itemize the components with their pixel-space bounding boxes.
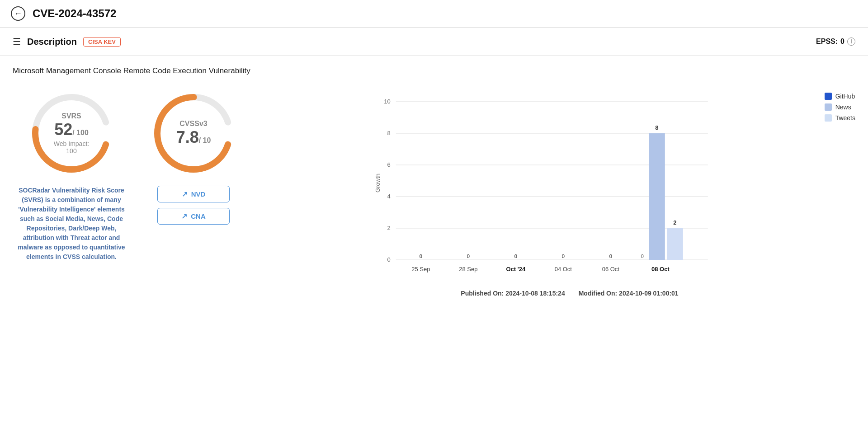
svg-text:06 Oct: 06 Oct bbox=[602, 266, 620, 272]
cna-icon: ↗ bbox=[181, 212, 187, 221]
chart-wrap: 0 2 4 6 8 10 Growth 0 bbox=[284, 88, 855, 280]
cvss-buttons: ↗ NVD ↗ CNA bbox=[157, 186, 230, 225]
svg-text:0: 0 bbox=[514, 254, 517, 259]
svg-text:8: 8 bbox=[387, 130, 391, 136]
published-value: 2024-10-08 18:15:24 bbox=[505, 290, 565, 297]
epss-info-icon[interactable]: i bbox=[847, 38, 855, 46]
bar-news-oct8 bbox=[649, 133, 665, 260]
main-body: Microsoft Management Console Remote Code… bbox=[0, 56, 868, 297]
svg-text:0: 0 bbox=[609, 254, 612, 259]
nvd-label: NVD bbox=[191, 190, 206, 198]
svg-text:0: 0 bbox=[467, 254, 470, 259]
modified-value: 2024-10-09 01:00:01 bbox=[619, 290, 679, 297]
svg-text:28 Sep: 28 Sep bbox=[459, 266, 477, 272]
desc-left: ☰ Description CISA KEV bbox=[13, 36, 121, 47]
legend-github-label: GitHub bbox=[835, 93, 855, 100]
legend-github-color bbox=[825, 93, 832, 100]
svg-text:25 Sep: 25 Sep bbox=[411, 266, 430, 272]
vulnerability-title: Microsoft Management Console Remote Code… bbox=[13, 66, 855, 75]
svrs-gauge-wrap: SVRS 52/ 100 Web Impact: 100 bbox=[26, 88, 117, 178]
legend-tweets-label: Tweets bbox=[835, 114, 855, 122]
chart-section: 0 2 4 6 8 10 Growth 0 bbox=[275, 88, 855, 297]
main-content: ☰ Description CISA KEV EPSS: 0 i Microso… bbox=[0, 28, 868, 297]
description-bar: ☰ Description CISA KEV EPSS: 0 i bbox=[0, 28, 868, 56]
svg-text:0: 0 bbox=[420, 254, 422, 259]
legend-news: News bbox=[825, 103, 855, 111]
chart-area: 0 2 4 6 8 10 Growth 0 bbox=[284, 88, 816, 280]
nvd-icon: ↗ bbox=[182, 190, 188, 198]
svg-text:8: 8 bbox=[655, 124, 658, 131]
epss-score: EPSS: 0 i bbox=[816, 38, 855, 46]
cna-button[interactable]: ↗ CNA bbox=[157, 208, 230, 225]
bar-chart-svg: 0 2 4 6 8 10 Growth 0 bbox=[284, 88, 816, 278]
svg-text:6: 6 bbox=[387, 161, 391, 168]
legend-news-label: News bbox=[835, 103, 851, 111]
modified-label: Modified On: bbox=[579, 290, 618, 297]
published-label: Published On: bbox=[461, 290, 504, 297]
back-icon: ← bbox=[14, 9, 22, 19]
svg-text:2: 2 bbox=[387, 225, 391, 231]
svg-text:08 Oct: 08 Oct bbox=[651, 266, 670, 272]
svrs-description: SOCRadar Vulnerability Risk Score (SVRS)… bbox=[13, 186, 130, 262]
epss-value: 0 bbox=[840, 38, 844, 46]
svg-text:0: 0 bbox=[387, 256, 391, 263]
svg-text:04 Oct: 04 Oct bbox=[555, 266, 572, 272]
cvssv3-gauge: CVSSv3 7.8/ 10 ↗ NVD bbox=[148, 88, 239, 225]
published-on: Published On: 2024-10-08 18:15:24 bbox=[461, 290, 565, 297]
svg-text:2: 2 bbox=[673, 219, 676, 226]
cvssv3-gauge-wrap: CVSSv3 7.8/ 10 bbox=[148, 88, 239, 178]
cvssv3-gauge-svg bbox=[148, 88, 239, 178]
svg-text:4: 4 bbox=[387, 193, 391, 200]
description-label: Description bbox=[27, 37, 77, 47]
legend-tweets-color bbox=[825, 114, 832, 122]
svrs-gauge: SVRS 52/ 100 Web Impact: 100 SOCRadar Vu… bbox=[13, 88, 130, 262]
chart-legend: GitHub News Tweets bbox=[825, 88, 855, 122]
svg-text:0: 0 bbox=[641, 254, 644, 259]
nvd-button[interactable]: ↗ NVD bbox=[157, 186, 230, 202]
gauges-row: SVRS 52/ 100 Web Impact: 100 SOCRadar Vu… bbox=[13, 88, 275, 262]
cna-label: CNA bbox=[191, 212, 206, 220]
svg-text:Growth: Growth bbox=[374, 174, 381, 193]
epss-text: EPSS: bbox=[816, 38, 838, 46]
page-header: ← CVE-2024-43572 bbox=[0, 0, 868, 28]
svg-text:0: 0 bbox=[562, 254, 565, 259]
legend-news-color bbox=[825, 103, 832, 111]
legend-tweets: Tweets bbox=[825, 114, 855, 122]
legend-github: GitHub bbox=[825, 93, 855, 100]
chart-footer: Published On: 2024-10-08 18:15:24 Modifi… bbox=[284, 285, 855, 297]
back-button[interactable]: ← bbox=[11, 6, 25, 21]
svg-text:Oct '24: Oct '24 bbox=[506, 266, 526, 272]
description-icon: ☰ bbox=[13, 36, 21, 47]
gauges-section: SVRS 52/ 100 Web Impact: 100 SOCRadar Vu… bbox=[13, 88, 275, 262]
page-title: CVE-2024-43572 bbox=[33, 7, 116, 20]
bar-tweets-oct8 bbox=[667, 228, 683, 260]
svg-text:10: 10 bbox=[384, 98, 390, 105]
gauges-and-chart: SVRS 52/ 100 Web Impact: 100 SOCRadar Vu… bbox=[13, 88, 855, 297]
modified-on: Modified On: 2024-10-09 01:00:01 bbox=[579, 290, 679, 297]
cisa-kev-badge: CISA KEV bbox=[83, 37, 121, 47]
svrs-gauge-svg bbox=[26, 88, 117, 178]
